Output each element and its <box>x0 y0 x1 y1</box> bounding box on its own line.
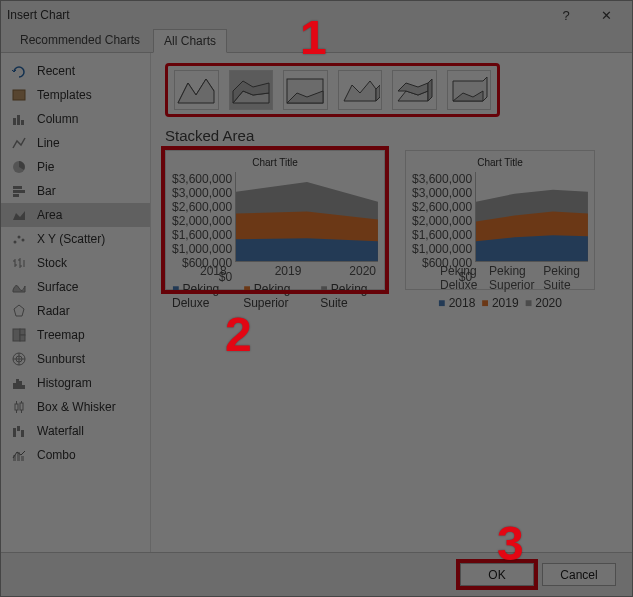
histogram-icon <box>11 375 27 391</box>
insert-chart-dialog: Insert Chart ? ✕ Recommended Charts All … <box>0 0 633 597</box>
svg-rect-15 <box>20 335 25 341</box>
chart-type-sidebar: Recent Templates Column Line Pie Bar Are… <box>1 53 151 552</box>
sidebar-item-line[interactable]: Line <box>1 131 150 155</box>
svg-rect-23 <box>20 403 23 410</box>
line-icon <box>11 135 27 151</box>
sidebar-item-label: Surface <box>37 280 78 294</box>
subtype-stacked-area[interactable] <box>229 70 274 110</box>
sidebar-item-treemap[interactable]: Treemap <box>1 323 150 347</box>
svg-rect-2 <box>17 115 20 125</box>
cancel-button[interactable]: Cancel <box>542 563 616 586</box>
chart-legend: Peking Deluxe Peking Superior Peking Sui… <box>172 282 378 310</box>
svg-point-9 <box>14 241 17 244</box>
svg-marker-8 <box>13 211 25 220</box>
svg-rect-21 <box>22 385 25 389</box>
sidebar-item-label: Stock <box>37 256 67 270</box>
sidebar-item-label: Histogram <box>37 376 92 390</box>
sidebar-item-label: Line <box>37 136 60 150</box>
sidebar-item-label: Templates <box>37 88 92 102</box>
svg-rect-14 <box>20 329 25 335</box>
sidebar-item-histogram[interactable]: Histogram <box>1 371 150 395</box>
plot-area <box>475 172 588 262</box>
surface-icon <box>11 279 27 295</box>
svg-rect-7 <box>13 194 19 197</box>
sidebar-item-sunburst[interactable]: Sunburst <box>1 347 150 371</box>
sidebar-item-recent[interactable]: Recent <box>1 59 150 83</box>
svg-marker-38 <box>398 83 428 95</box>
svg-marker-44 <box>236 238 378 261</box>
chart-title: Chart Title <box>412 157 588 168</box>
svg-marker-35 <box>344 81 376 101</box>
annotation-2: 2 <box>225 307 252 362</box>
svg-rect-19 <box>16 379 19 389</box>
pie-icon <box>11 159 27 175</box>
svg-rect-6 <box>13 190 25 193</box>
svg-rect-1 <box>13 118 16 125</box>
waterfall-icon <box>11 423 27 439</box>
sidebar-item-label: Column <box>37 112 78 126</box>
svg-rect-26 <box>21 430 24 437</box>
dialog-footer: OK Cancel <box>1 552 632 596</box>
sidebar-item-combo[interactable]: Combo <box>1 443 150 467</box>
sidebar-item-label: Radar <box>37 304 70 318</box>
y-axis-ticks: $3,600,000$3,000,000$2,600,000$2,000,000… <box>172 172 235 262</box>
subtype-title: Stacked Area <box>165 127 618 144</box>
subtype-area[interactable] <box>174 70 219 110</box>
sidebar-item-column[interactable]: Column <box>1 107 150 131</box>
sunburst-icon <box>11 351 27 367</box>
sidebar-item-label: Combo <box>37 448 76 462</box>
y-axis-ticks: $3,600,000$3,000,000$2,600,000$2,000,000… <box>412 172 475 262</box>
templates-icon <box>11 87 27 103</box>
sidebar-item-label: Pie <box>37 160 54 174</box>
sidebar-item-label: Waterfall <box>37 424 84 438</box>
stock-icon <box>11 255 27 271</box>
sidebar-item-label: Area <box>37 208 62 222</box>
subtype-3d-100-stacked-area[interactable] <box>447 70 492 110</box>
subtype-3d-area[interactable] <box>338 70 383 110</box>
sidebar-item-pie[interactable]: Pie <box>1 155 150 179</box>
dialog-title: Insert Chart <box>7 8 70 22</box>
svg-rect-20 <box>19 381 22 389</box>
content-panel: Stacked Area Chart Title $3,600,000$3,00… <box>151 53 632 552</box>
chart-preview-alt[interactable]: Chart Title $3,600,000$3,000,000$2,600,0… <box>405 150 595 290</box>
svg-rect-0 <box>13 90 25 100</box>
sidebar-item-waterfall[interactable]: Waterfall <box>1 419 150 443</box>
sidebar-item-label: Treemap <box>37 328 85 342</box>
scatter-icon <box>11 231 27 247</box>
sidebar-item-label: Recent <box>37 64 75 78</box>
svg-marker-12 <box>14 305 24 316</box>
svg-marker-30 <box>178 79 214 103</box>
sidebar-item-boxwhisker[interactable]: Box & Whisker <box>1 395 150 419</box>
sidebar-item-label: Box & Whisker <box>37 400 116 414</box>
svg-rect-25 <box>17 426 20 431</box>
subtype-100-stacked-area[interactable] <box>283 70 328 110</box>
sidebar-item-label: Sunburst <box>37 352 85 366</box>
sidebar-item-label: Bar <box>37 184 56 198</box>
sidebar-item-area[interactable]: Area <box>1 203 150 227</box>
annotation-1: 1 <box>300 10 327 65</box>
tab-all-charts[interactable]: All Charts <box>153 29 227 53</box>
svg-rect-24 <box>13 428 16 437</box>
tab-recommended-charts[interactable]: Recommended Charts <box>9 28 151 52</box>
sidebar-item-stock[interactable]: Stock <box>1 251 150 275</box>
plot-area <box>235 172 378 262</box>
sidebar-item-label: X Y (Scatter) <box>37 232 105 246</box>
sidebar-item-templates[interactable]: Templates <box>1 83 150 107</box>
sidebar-item-surface[interactable]: Surface <box>1 275 150 299</box>
sidebar-item-radar[interactable]: Radar <box>1 299 150 323</box>
close-icon[interactable]: ✕ <box>586 8 626 23</box>
svg-marker-36 <box>376 85 380 101</box>
chart-preview-selected[interactable]: Chart Title $3,600,000$3,000,000$2,600,0… <box>165 150 385 290</box>
sidebar-item-scatter[interactable]: X Y (Scatter) <box>1 227 150 251</box>
sidebar-item-bar[interactable]: Bar <box>1 179 150 203</box>
svg-rect-5 <box>13 186 22 189</box>
help-icon[interactable]: ? <box>546 8 586 23</box>
combo-icon <box>11 447 27 463</box>
preview-row: Chart Title $3,600,000$3,000,000$2,600,0… <box>165 150 618 290</box>
x-axis-ticks: 201820192020 <box>172 262 378 278</box>
svg-rect-18 <box>13 383 16 389</box>
svg-rect-13 <box>13 329 20 341</box>
chart-legend: 2018 2019 2020 <box>412 296 588 310</box>
subtype-3d-stacked-area[interactable] <box>392 70 437 110</box>
svg-point-10 <box>18 236 21 239</box>
